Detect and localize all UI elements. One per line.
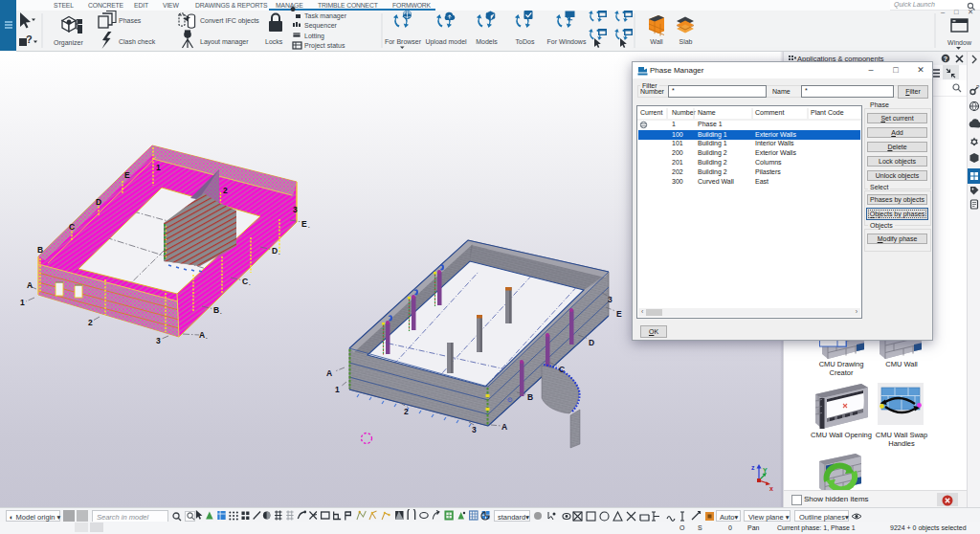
svg-text:E: E [124,170,130,180]
svg-text:C: C [559,365,565,374]
svg-text:3: 3 [156,336,161,345]
svg-text:.: . [206,334,208,340]
svg-text:D: D [272,246,278,256]
svg-text:A: A [27,280,33,290]
svg-text:B: B [527,392,533,402]
svg-text:1: 1 [335,385,340,394]
svg-text:3: 3 [293,205,298,214]
svg-text:A: A [326,368,332,378]
svg-text:Y: Y [763,467,768,474]
svg-text:A: A [501,422,507,432]
svg-text:⊙: ⊙ [507,396,513,403]
svg-text:2: 2 [404,407,409,416]
svg-text:1: 1 [156,163,161,172]
svg-text:1: 1 [20,298,25,307]
svg-text:.: . [249,280,251,286]
svg-text:C: C [69,222,75,232]
svg-text:B: B [213,305,219,315]
svg-text:B: B [37,245,43,255]
svg-text:E: E [616,309,622,319]
svg-text:3: 3 [472,425,477,434]
svg-text:?: ? [944,56,947,62]
svg-text:.: . [278,250,280,256]
svg-text:A: A [199,330,205,340]
svg-text:x: x [769,485,773,492]
svg-text:C: C [242,277,248,286]
svg-text:?: ? [26,33,33,45]
svg-text:D: D [589,338,594,347]
svg-text:?: ? [976,84,980,90]
svg-text:z: z [751,464,755,471]
svg-text:2: 2 [88,318,93,327]
svg-text:.: . [220,309,222,315]
svg-text:3: 3 [608,295,612,304]
svg-text:E: E [301,219,307,229]
svg-text:.: . [308,223,310,229]
svg-text:D: D [96,197,101,207]
svg-text:2: 2 [223,186,228,195]
